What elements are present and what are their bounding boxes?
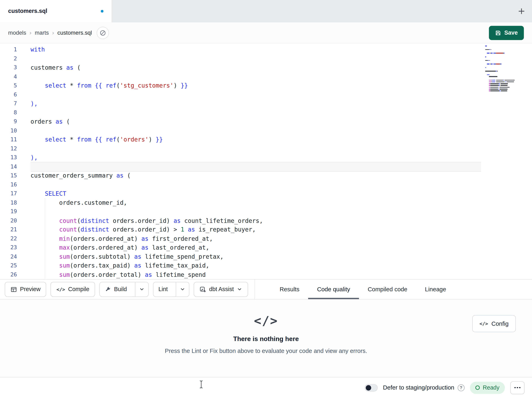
breadcrumb-customers-sql[interactable]: customers.sql xyxy=(57,30,92,36)
code-line[interactable]: 3customers as ( xyxy=(0,63,532,72)
code-line[interactable]: 11 select * from {{ ref('orders') }} xyxy=(0,135,532,144)
build-button-label: Build xyxy=(114,286,127,293)
empty-state-title: There is nothing here xyxy=(233,335,299,343)
line-number: 5 xyxy=(0,81,22,90)
line-number: 10 xyxy=(0,126,22,135)
file-tab-title: customers.sql xyxy=(8,8,47,15)
build-dropdown-button[interactable] xyxy=(135,282,148,297)
line-number: 11 xyxy=(0,135,22,144)
code-line[interactable]: 23 max(orders.ordered_at) as last_ordere… xyxy=(0,243,532,252)
config-button-label: Config xyxy=(491,320,508,327)
code-line-text: customers as ( xyxy=(31,63,481,72)
build-button-group: Build xyxy=(99,282,148,297)
code-line[interactable]: 2 xyxy=(0,54,532,63)
code-lines: 1with23customers as (45 select * from {{… xyxy=(0,44,532,279)
line-number: 1 xyxy=(0,45,22,54)
compile-button[interactable]: </> Compile xyxy=(51,282,95,297)
toolbar-divider xyxy=(254,279,255,299)
code-line[interactable]: 8 xyxy=(0,108,532,117)
code-line-text: customer_orders_summary as ( xyxy=(31,171,481,180)
code-line[interactable]: 22 min(orders.ordered_at) as first_order… xyxy=(0,234,532,243)
line-number: 9 xyxy=(0,117,22,126)
code-line-text: sum(orders.subtotal) as lifetime_spend_p… xyxy=(31,252,481,261)
save-button[interactable]: Save xyxy=(489,26,524,40)
code-line[interactable]: 7), xyxy=(0,99,532,108)
model-icon xyxy=(100,30,106,36)
code-line-text xyxy=(31,207,481,216)
more-options-button[interactable] xyxy=(510,381,525,394)
code-line[interactable]: 9orders as ( xyxy=(0,117,532,126)
line-number: 23 xyxy=(0,243,22,252)
tab-code-quality[interactable]: Code quality xyxy=(308,280,359,299)
code-line[interactable]: 26 sum(orders.order_total) as lifetime_s… xyxy=(0,270,532,279)
code-line-text xyxy=(31,54,481,63)
minimap[interactable] xyxy=(485,46,517,92)
config-button[interactable]: </> Config xyxy=(472,315,516,332)
code-line[interactable]: 24 sum(orders.subtotal) as lifetime_spen… xyxy=(0,252,532,261)
code-line[interactable]: 15customer_orders_summary as ( xyxy=(0,171,532,180)
lint-button[interactable]: Lint xyxy=(153,282,173,297)
code-line-text: SELECT xyxy=(31,189,481,198)
new-tab-button[interactable] xyxy=(511,0,532,22)
code-line[interactable]: 12 xyxy=(0,144,532,153)
code-line[interactable]: 20 count(distinct orders.order_id) as co… xyxy=(0,216,532,225)
code-line[interactable]: 13), xyxy=(0,153,532,162)
code-line[interactable]: 17 SELECT xyxy=(0,189,532,198)
breadcrumb-marts[interactable]: marts xyxy=(35,30,49,36)
breadcrumb-models[interactable]: models xyxy=(8,30,26,36)
model-resource-button[interactable] xyxy=(97,26,109,39)
code-line[interactable]: 21 count(distinct orders.order_id) > 1 a… xyxy=(0,225,532,234)
code-line[interactable]: 1with xyxy=(0,45,532,54)
dbt-ide-window: customers.sql models › marts › customers… xyxy=(0,0,532,398)
code-line[interactable]: 5 select * from {{ ref('stg_customers') … xyxy=(0,81,532,90)
code-line-text: count(distinct orders.order_id) > 1 as i… xyxy=(31,225,481,234)
code-line[interactable]: 18 orders.customer_id, xyxy=(0,198,532,207)
code-line-text: max(orders.ordered_at) as last_ordered_a… xyxy=(31,243,481,252)
code-line-text: min(orders.ordered_at) as first_ordered_… xyxy=(31,234,481,243)
code-line[interactable]: 6 xyxy=(0,90,532,99)
code-editor[interactable]: 1with23customers as (45 select * from {{… xyxy=(0,44,532,279)
code-line[interactable]: 19 xyxy=(0,207,532,216)
ready-status-badge[interactable]: Ready xyxy=(470,381,505,394)
lint-dropdown-button[interactable] xyxy=(176,282,189,297)
line-number: 13 xyxy=(0,153,22,162)
lint-button-group: Lint xyxy=(153,282,190,297)
line-number: 12 xyxy=(0,144,22,153)
line-number: 17 xyxy=(0,189,22,198)
code-line[interactable]: 10 xyxy=(0,126,532,135)
tab-compiled-code[interactable]: Compiled code xyxy=(359,280,416,299)
code-line[interactable]: 25 sum(orders.tax_paid) as lifetime_tax_… xyxy=(0,261,532,270)
code-line[interactable]: 4 xyxy=(0,72,532,81)
code-quality-panel: </> There is nothing here Press the Lint… xyxy=(0,300,532,377)
toggle-knob xyxy=(366,385,371,390)
help-icon[interactable]: ? xyxy=(458,384,464,391)
code-line-text: orders.customer_id, xyxy=(31,198,481,207)
breadcrumb: models › marts › customers.sql xyxy=(8,30,92,36)
code-line[interactable]: 16 xyxy=(0,180,532,189)
code-line-text: orders as ( xyxy=(31,117,481,126)
line-number: 25 xyxy=(0,261,22,270)
line-number: 19 xyxy=(0,207,22,216)
line-number: 18 xyxy=(0,198,22,207)
plus-icon xyxy=(518,7,525,15)
tab-results[interactable]: Results xyxy=(271,280,308,299)
file-tab-customers-sql[interactable]: customers.sql xyxy=(0,0,112,22)
compile-button-label: Compile xyxy=(68,286,89,293)
wrench-icon xyxy=(105,286,111,292)
code-line[interactable]: 14 xyxy=(0,162,532,171)
save-button-label: Save xyxy=(504,29,518,36)
line-number: 14 xyxy=(0,162,22,171)
line-number: 20 xyxy=(0,216,22,225)
editor-tab-bar: customers.sql xyxy=(0,0,532,22)
chevron-down-icon xyxy=(180,287,185,292)
code-line-text xyxy=(31,126,481,135)
table-icon xyxy=(10,286,17,293)
tab-lineage[interactable]: Lineage xyxy=(416,280,455,299)
code-line-text: with xyxy=(31,45,481,54)
build-button[interactable]: Build xyxy=(100,282,132,297)
defer-toggle[interactable] xyxy=(365,384,378,391)
dbt-assist-button[interactable]: dbt Assist xyxy=(194,282,248,297)
preview-button[interactable]: Preview xyxy=(5,282,46,297)
lint-button-label: Lint xyxy=(158,286,168,293)
tab-bar-empty-space xyxy=(112,0,511,22)
